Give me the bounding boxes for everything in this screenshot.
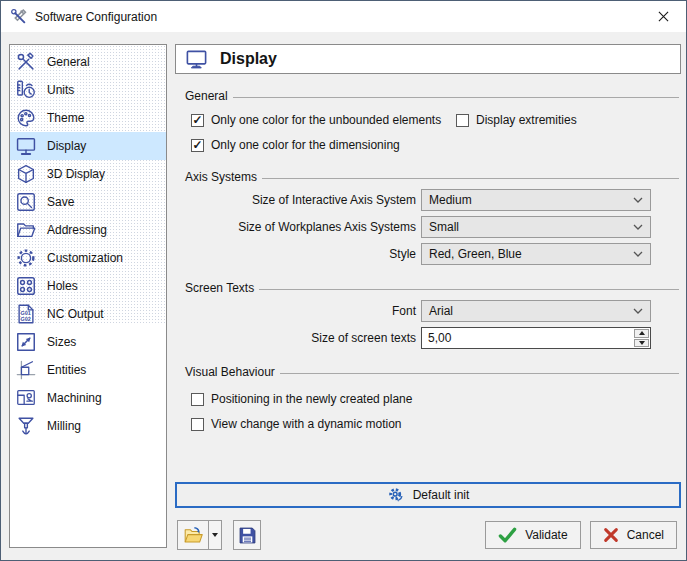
checkbox-positioning-new-plane[interactable]: Positioning in the newly created plane <box>191 392 412 406</box>
arrow-down-icon <box>639 341 645 345</box>
sidebar-item-units[interactable]: Units <box>10 76 166 104</box>
spinner-buttons <box>633 328 650 348</box>
sidebar-item-label: General <box>47 55 90 69</box>
validate-button[interactable]: Validate <box>485 521 580 549</box>
select-value: Red, Green, Blue <box>429 247 633 261</box>
close-button[interactable] <box>641 1 686 32</box>
spinner-down-button[interactable] <box>634 339 649 348</box>
monitor-icon <box>184 48 209 71</box>
sidebar-item-theme[interactable]: Theme <box>10 104 166 132</box>
axis-style-select[interactable]: Red, Green, Blue <box>421 243 651 265</box>
sidebar-item-sizes[interactable]: Sizes <box>10 328 166 356</box>
sidebar-item-label: NC Output <box>47 307 104 321</box>
field-font: Font Arial <box>175 300 681 322</box>
sidebar-item-label: Sizes <box>47 335 76 349</box>
field-label: Size of Workplanes Axis Systems <box>175 220 421 234</box>
display-settings-panel: Display General ✓ Only one color for the… <box>175 44 681 550</box>
sidebar-item-label: Holes <box>47 279 78 293</box>
sidebar-item-label: Machining <box>47 391 102 405</box>
svg-text:G01: G01 <box>21 310 31 316</box>
gcode-document-icon: G01G02 <box>15 303 37 325</box>
field-label: Font <box>175 304 421 318</box>
checkbox-label: Only one color for the unbounded element… <box>211 113 441 127</box>
group-general: General <box>185 89 679 103</box>
font-select[interactable]: Arial <box>421 300 651 322</box>
spinner-up-button[interactable] <box>634 329 649 338</box>
visual-checkbox-row-2: View change with a dynamic motion <box>191 416 681 432</box>
page-header: Display <box>175 44 681 74</box>
floppy-disk-icon <box>237 525 258 546</box>
sidebar-item-label: Theme <box>47 111 84 125</box>
sidebar-item-save[interactable]: Save <box>10 188 166 216</box>
chevron-down-icon <box>633 224 643 230</box>
sidebar-item-label: Entities <box>47 363 86 377</box>
sidebar-item-machining[interactable]: Machining <box>10 384 166 412</box>
group-divider <box>262 178 679 179</box>
checkbox-icon[interactable]: ✓ <box>191 139 204 152</box>
red-x-icon <box>603 527 619 543</box>
sidebar-item-label: Customization <box>47 251 123 265</box>
machine-icon <box>15 387 37 409</box>
group-label: Visual Behaviour <box>185 365 275 379</box>
sidebar-item-milling[interactable]: Milling <box>10 412 166 440</box>
sidebar-item-general[interactable]: General <box>10 48 166 76</box>
checkbox-icon[interactable] <box>191 418 204 431</box>
workplanes-axis-size-select[interactable]: Small <box>421 216 651 238</box>
footer-toolbar: Validate Cancel <box>177 520 681 550</box>
close-icon <box>658 11 669 22</box>
spinner-value[interactable]: 5,00 <box>422 328 633 348</box>
sidebar-items: General Units Theme Display 3D Display S… <box>10 45 166 440</box>
open-config-button[interactable] <box>177 520 209 550</box>
group-label: Screen Texts <box>185 281 254 295</box>
cancel-label: Cancel <box>627 528 664 542</box>
sidebar-item-nc-output[interactable]: G01G02NC Output <box>10 300 166 328</box>
field-interactive-axis-size: Size of Interactive Axis System Medium <box>175 189 681 211</box>
chevron-down-icon <box>633 197 643 203</box>
checkbox-dynamic-motion[interactable]: View change with a dynamic motion <box>191 417 402 431</box>
group-visual-behaviour: Visual Behaviour <box>185 365 679 379</box>
checkmark-icon <box>498 527 517 544</box>
sidebar-item-customization[interactable]: Customization <box>10 244 166 272</box>
checkbox-dimensioning[interactable]: ✓ Only one color for the dimensioning <box>191 138 400 152</box>
svg-text:G02: G02 <box>21 316 31 322</box>
open-config-dropdown-button[interactable] <box>209 520 222 550</box>
save-config-button[interactable] <box>233 520 261 550</box>
group-label: Axis Systems <box>185 170 257 184</box>
group-divider <box>280 373 679 374</box>
group-screen-texts: Screen Texts <box>185 281 679 295</box>
field-label: Size of Interactive Axis System <box>175 193 421 207</box>
default-init-button[interactable]: Default init <box>175 482 681 508</box>
field-screen-text-size: Size of screen texts 5,00 <box>175 327 681 349</box>
open-folder-icon <box>183 525 204 546</box>
sidebar-item-label: 3D Display <box>47 167 105 181</box>
caret-down-icon <box>212 533 218 537</box>
sidebar-item-label: Milling <box>47 419 81 433</box>
tools-icon <box>15 51 37 73</box>
checkbox-icon[interactable] <box>456 114 469 127</box>
sidebar-item-addressing[interactable]: Addressing <box>10 216 166 244</box>
category-list: General Units Theme Display 3D Display S… <box>9 44 167 548</box>
select-value: Medium <box>429 193 633 207</box>
field-label: Size of screen texts <box>175 331 421 345</box>
sidebar-item-holes[interactable]: Holes <box>10 272 166 300</box>
checkbox-display-extremities[interactable]: Display extremities <box>456 113 577 127</box>
checkbox-icon[interactable] <box>191 393 204 406</box>
sidebar-item-label: Addressing <box>47 223 107 237</box>
sidebar-item-entities[interactable]: Entities <box>10 356 166 384</box>
sidebar-item-3d-display[interactable]: 3D Display <box>10 160 166 188</box>
checkbox-unbounded-elements[interactable]: ✓ Only one color for the unbounded eleme… <box>191 113 456 127</box>
checkbox-icon[interactable]: ✓ <box>191 114 204 127</box>
interactive-axis-size-select[interactable]: Medium <box>421 189 651 211</box>
dialog-body: General Units Theme Display 3D Display S… <box>1 32 686 560</box>
diagonal-arrow-icon <box>15 331 37 353</box>
geometry-icon <box>15 359 37 381</box>
holes-icon <box>15 275 37 297</box>
cancel-button[interactable]: Cancel <box>590 521 677 549</box>
checkbox-label: Display extremities <box>476 113 577 127</box>
field-workplanes-axis-size: Size of Workplanes Axis Systems Small <box>175 216 681 238</box>
select-value: Small <box>429 220 633 234</box>
screen-text-size-spinner[interactable]: 5,00 <box>421 327 651 349</box>
sidebar-item-display[interactable]: Display <box>10 132 166 160</box>
default-init-label: Default init <box>413 488 470 502</box>
cube-icon <box>15 163 37 185</box>
